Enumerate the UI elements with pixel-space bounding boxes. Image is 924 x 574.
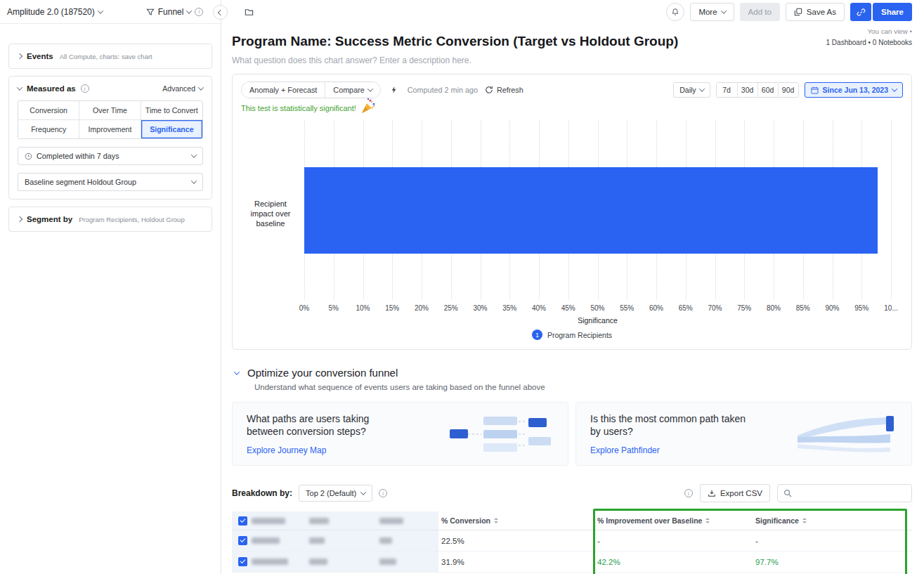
- table-row[interactable]: 22.5%--: [232, 530, 912, 552]
- advanced-dropdown[interactable]: Advanced: [162, 84, 203, 93]
- x-tick-label: 35%: [502, 304, 516, 312]
- baseline-segment-dropdown[interactable]: Baseline segment Holdout Group: [18, 173, 203, 191]
- significance-note-row: This test is statistically significant!: [233, 98, 911, 118]
- header-checkbox-cell: [232, 511, 249, 530]
- folder-button[interactable]: [242, 5, 256, 20]
- measure-mode-frequency[interactable]: Frequency: [18, 120, 79, 138]
- chevron-down-icon: [191, 152, 197, 157]
- main-topbar: More Add to Save As Share: [232, 0, 912, 24]
- pathfinder-card[interactable]: Is this the most common path taken by us…: [575, 402, 912, 466]
- breakdown-selector[interactable]: Top 2 (Default): [299, 485, 372, 502]
- measure-mode-conversion[interactable]: Conversion: [18, 101, 79, 120]
- chevron-down-icon: [186, 8, 192, 13]
- select-all-checkbox[interactable]: [238, 516, 247, 526]
- compare-dropdown[interactable]: Compare: [325, 82, 379, 98]
- optimize-section: Optimize your conversion funnel Understa…: [232, 367, 912, 466]
- share-button[interactable]: Share: [873, 3, 912, 21]
- chart-panel: Anomaly + Forecast Compare Computed 2 mi…: [232, 74, 912, 350]
- chart-type-selector[interactable]: Funnel: [146, 7, 204, 17]
- column-header-label: % Improvement over Baseline: [597, 516, 702, 525]
- collapse-sidebar-button[interactable]: [213, 5, 228, 20]
- membership-link[interactable]: 1 Dashboard • 0 Notebooks: [826, 37, 912, 48]
- range-60d-button[interactable]: 60d: [757, 83, 778, 97]
- row-checkbox[interactable]: [238, 536, 247, 545]
- range-90d-button[interactable]: 90d: [778, 83, 798, 97]
- date-range-button[interactable]: Since Jun 13, 2023: [805, 82, 903, 98]
- measure-mode-significance[interactable]: Significance: [141, 120, 202, 138]
- info-icon[interactable]: [81, 84, 89, 93]
- topbar-actions: More Add to Save As Share: [666, 3, 912, 21]
- permissions-meta: You can view • 1 Dashboard • 0 Notebooks: [826, 27, 912, 48]
- funnel-icon: [146, 8, 155, 16]
- segment-by-header[interactable]: Segment by Program Recipients, Holdout G…: [18, 215, 203, 223]
- table-row[interactable]: 31.9%42.2%97.7%: [232, 552, 912, 573]
- optimize-header[interactable]: Optimize your conversion funnel: [232, 367, 912, 379]
- journey-map-text: What paths are users taking between conv…: [247, 412, 405, 455]
- measure-mode-grid: ConversionOver TimeTime to ConvertFreque…: [18, 100, 203, 139]
- measured-as-panel: Measured as Advanced ConversionOver Time…: [8, 76, 212, 200]
- measure-mode-time-to-convert[interactable]: Time to Convert: [141, 101, 202, 120]
- range-30d-button[interactable]: 30d: [737, 83, 757, 97]
- info-icon[interactable]: [684, 489, 693, 497]
- x-tick-label: 90%: [825, 304, 839, 312]
- column-header-improvement[interactable]: % Improvement over Baseline: [594, 511, 753, 530]
- breakdown-section: Breakdown by: Top 2 (Default) Export CSV: [232, 484, 912, 573]
- interval-dropdown[interactable]: Daily: [673, 82, 710, 98]
- x-tick-label: 30%: [473, 304, 487, 312]
- events-panel-title: Events: [27, 52, 53, 60]
- project-selector[interactable]: Amplitude 2.0 (187520): [7, 7, 103, 17]
- legend-marker[interactable]: 1: [532, 330, 542, 340]
- range-7d-button[interactable]: 7d: [717, 83, 737, 97]
- add-to-button[interactable]: Add to: [740, 3, 780, 21]
- sort-icon[interactable]: [705, 518, 710, 523]
- info-icon[interactable]: [379, 489, 387, 497]
- search-input[interactable]: [796, 489, 906, 497]
- plot-area: [304, 120, 891, 299]
- explore-pathfinder-link[interactable]: Explore Pathfinder: [590, 445, 748, 455]
- anomaly-forecast-button[interactable]: Anomaly + Forecast: [242, 82, 325, 98]
- realtime-button[interactable]: [388, 83, 401, 97]
- sort-icon[interactable]: [494, 518, 498, 523]
- chevron-down-icon: [367, 86, 372, 91]
- column-header-significance[interactable]: Significance: [753, 511, 912, 530]
- x-tick-label: 95%: [854, 304, 868, 312]
- date-range-label: Since Jun 13, 2023: [823, 86, 888, 94]
- significance-bar[interactable]: [304, 167, 878, 254]
- chevron-left-icon: [217, 9, 223, 15]
- legend-label[interactable]: Program Recipients: [547, 331, 612, 339]
- x-tick-label: 80%: [767, 304, 781, 312]
- sort-icon[interactable]: [802, 518, 807, 523]
- chart-option-group: Anomaly + Forecast Compare: [241, 81, 381, 98]
- refresh-label: Refresh: [497, 86, 523, 94]
- project-name: Amplitude 2.0 (187520): [7, 7, 95, 17]
- description-placeholder[interactable]: What question does this chart answer? En…: [232, 56, 912, 65]
- measure-mode-over-time[interactable]: Over Time: [79, 101, 141, 120]
- journey-map-card[interactable]: What paths are users taking between conv…: [232, 402, 568, 466]
- redacted-cell: [379, 537, 392, 544]
- info-icon[interactable]: [195, 8, 203, 16]
- breakdown-tools: Export CSV: [684, 484, 912, 502]
- more-button[interactable]: More: [690, 3, 734, 21]
- check-icon: [240, 558, 246, 563]
- chevron-down-icon: [720, 8, 726, 13]
- copy-link-button[interactable]: [850, 3, 871, 21]
- measure-mode-improvement[interactable]: Improvement: [79, 120, 141, 138]
- breakdown-header: Breakdown by: Top 2 (Default) Export CSV: [232, 484, 912, 502]
- completed-within-dropdown[interactable]: Completed within 7 days: [18, 147, 203, 165]
- refresh-button[interactable]: Refresh: [485, 86, 523, 94]
- sidebar: Amplitude 2.0 (187520) Funnel Events All…: [0, 0, 221, 574]
- chevron-down-icon: [360, 490, 366, 495]
- column-header-conversion[interactable]: % Conversion: [438, 511, 594, 530]
- baseline-segment-label: Baseline segment Holdout Group: [25, 178, 136, 186]
- x-tick-label: 40%: [532, 304, 546, 312]
- explore-journey-map-link[interactable]: Explore Journey Map: [247, 445, 405, 455]
- link-icon: [857, 8, 866, 17]
- notifications-button[interactable]: [666, 3, 684, 21]
- clock-icon: [25, 152, 32, 160]
- measured-as-header[interactable]: Measured as Advanced: [18, 84, 203, 93]
- chevron-down-icon: [17, 84, 22, 90]
- row-checkbox[interactable]: [238, 557, 247, 566]
- save-as-button[interactable]: Save As: [786, 3, 845, 21]
- export-csv-button[interactable]: Export CSV: [700, 484, 770, 502]
- events-panel-header[interactable]: Events All Compute, charts: save chart: [18, 52, 203, 60]
